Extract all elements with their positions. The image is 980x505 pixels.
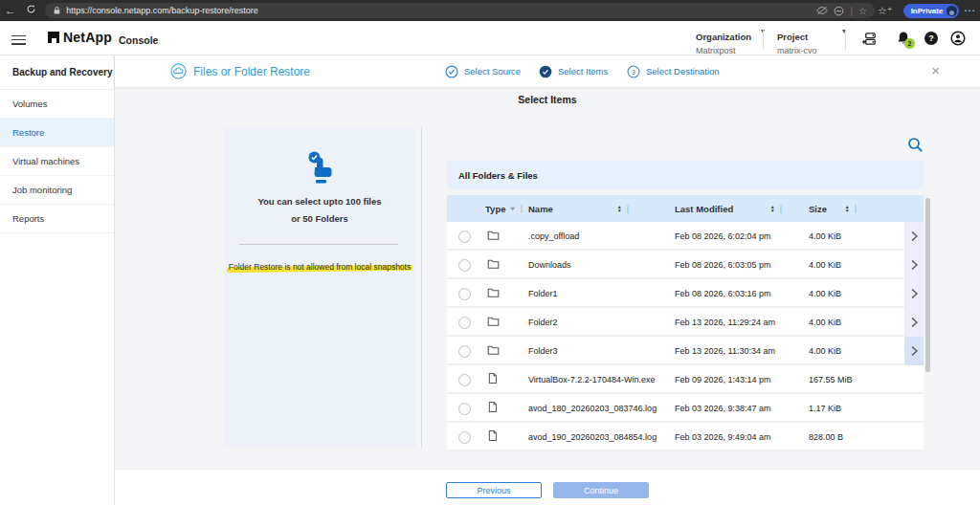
wizard-content: Select Items You can select upto 100 fil… xyxy=(115,87,980,469)
row-chevron[interactable] xyxy=(904,251,924,279)
continue-button[interactable]: Continue xyxy=(553,482,649,498)
column-header-type[interactable]: Type xyxy=(485,204,505,214)
sidebar-item-restore[interactable]: Restore xyxy=(0,119,114,147)
table-row[interactable]: Folder1 Feb 08 2026, 6:03:16 pm 4.00 KiB xyxy=(447,279,924,308)
browser-menu-icon[interactable]: ⋯ xyxy=(959,4,980,17)
table-row[interactable]: Folder3 Feb 13 2026, 11:30:34 am 4.00 Ki… xyxy=(447,337,924,365)
row-name: Folder3 xyxy=(528,346,675,356)
account-icon[interactable] xyxy=(950,31,967,47)
limit-text-line1: You can select upto 100 files xyxy=(223,196,416,207)
step-select-destination[interactable]: 3 Select Destination xyxy=(627,55,720,87)
table-row[interactable]: Downloads Feb 08 2026, 6:03:05 pm 4.00 K… xyxy=(447,251,924,279)
row-modified: Feb 13 2026, 11:30:34 am xyxy=(675,346,809,356)
step-done-check-icon xyxy=(445,65,458,78)
table-row[interactable]: VirtualBox-7.2.2-170484-Win.exe Feb 09 2… xyxy=(447,365,924,394)
table-row[interactable]: Folder2 Feb 13 2026, 11:29:24 am 4.00 Ki… xyxy=(447,308,924,337)
sidebar-item-virtual-machines[interactable]: Virtual machines xyxy=(0,147,114,176)
row-name: .copy_offload xyxy=(528,231,675,241)
header-divider xyxy=(845,29,846,50)
row-chevron[interactable] xyxy=(904,337,924,365)
row-name: avod_190_20260203_084854.log xyxy=(528,432,675,442)
sort-icon[interactable]: ▲▼ xyxy=(770,205,775,213)
row-radio[interactable] xyxy=(458,403,471,415)
favorites-star-icon[interactable]: ☆ xyxy=(858,6,867,16)
row-name: Folder2 xyxy=(528,318,675,327)
close-icon[interactable]: × xyxy=(931,62,940,79)
folder-restore-note: Folder Restore is not allowed from local… xyxy=(229,262,411,272)
step-label: Select Items xyxy=(558,66,608,77)
folder-icon xyxy=(487,258,500,270)
wizard-title-group: Files or Folder Restore xyxy=(170,55,310,87)
folder-icon xyxy=(487,230,500,241)
row-name: Downloads xyxy=(528,260,675,270)
svg-text:3: 3 xyxy=(632,68,635,75)
table-row[interactable]: avod_180_20260203_083746.log Feb 03 2026… xyxy=(447,394,924,423)
row-chevron[interactable] xyxy=(904,308,924,337)
breadcrumb-label: All Folders & Files xyxy=(458,170,538,181)
project-value: matrix-cvo xyxy=(777,46,846,55)
row-chevron[interactable] xyxy=(904,279,924,308)
row-radio[interactable] xyxy=(458,431,471,444)
selection-info-panel: You can select upto 100 files or 50 Fold… xyxy=(223,127,416,448)
tracking-prevention-icon[interactable] xyxy=(834,6,844,16)
browser-refresh-icon[interactable] xyxy=(21,4,42,17)
search-icon[interactable] xyxy=(907,137,924,154)
inprivate-badge[interactable]: InPrivate xyxy=(903,4,960,18)
sort-icon[interactable]: ▲▼ xyxy=(617,205,622,213)
app-header: NetApp Console Organization▾ Matrixpost … xyxy=(0,21,980,55)
select-hand-icon xyxy=(301,150,338,188)
row-name: VirtualBox-7.2.2-170484-Win.exe xyxy=(528,375,675,384)
file-icon xyxy=(487,429,498,442)
sidebar-item-reports[interactable]: Reports xyxy=(0,205,114,233)
filter-icon[interactable] xyxy=(510,205,515,213)
table-row[interactable]: .copy_offload Feb 08 2026, 6:02:04 pm 4.… xyxy=(447,222,924,251)
wizard-header: Files or Folder Restore Select Source Se… xyxy=(115,55,980,87)
table-header-row: Type | Name ▲▼ | Last Modified ▲▼ | Size… xyxy=(447,195,924,222)
page-title: Select Items xyxy=(115,94,980,105)
netapp-brand: NetApp xyxy=(48,30,112,45)
folder-icon xyxy=(487,287,500,298)
previous-button[interactable]: Previous xyxy=(446,482,542,498)
address-bar[interactable]: https://console.netapp.com/backup-restor… xyxy=(45,3,875,18)
row-radio[interactable] xyxy=(458,374,471,386)
breadcrumb[interactable]: All Folders & Files xyxy=(447,161,924,189)
connector-icon[interactable] xyxy=(861,31,878,47)
column-header-size[interactable]: Size xyxy=(809,204,827,214)
notifications-bell-icon[interactable]: 2 xyxy=(896,31,912,47)
browser-bar: ← https://console.netapp.com/backup-rest… xyxy=(0,0,980,21)
profile-avatar xyxy=(947,6,957,16)
help-icon[interactable]: ? xyxy=(924,31,940,47)
project-label: Project xyxy=(777,32,808,42)
browser-back-icon[interactable]: ← xyxy=(0,4,21,17)
row-size: 4.00 KiB xyxy=(809,260,904,270)
sort-icon[interactable]: ▲▼ xyxy=(845,205,850,213)
collections-star-plus-icon[interactable]: ☆⁺ xyxy=(875,5,896,17)
header-divider xyxy=(763,29,764,50)
files-table: Type | Name ▲▼ | Last Modified ▲▼ | Size… xyxy=(447,195,924,455)
sidebar-item-volumes[interactable]: Volumes xyxy=(0,90,114,119)
project-switcher[interactable]: Project▾ matrix-cvo xyxy=(777,27,846,55)
eye-slash-icon[interactable] xyxy=(816,6,828,15)
row-size: 828.00 B xyxy=(809,432,904,442)
column-header-name[interactable]: Name xyxy=(528,204,553,214)
menu-hamburger-icon[interactable] xyxy=(11,33,26,47)
row-radio[interactable] xyxy=(458,231,471,243)
row-radio[interactable] xyxy=(458,345,471,358)
row-radio[interactable] xyxy=(458,259,471,272)
row-radio[interactable] xyxy=(458,288,471,300)
step-select-items[interactable]: Select Items xyxy=(539,55,608,87)
table-row[interactable]: avod_190_20260203_084854.log Feb 03 2026… xyxy=(447,423,924,451)
table-scrollbar[interactable] xyxy=(925,198,930,372)
svg-text:?: ? xyxy=(928,33,934,43)
step-label: Select Source xyxy=(464,66,521,77)
row-radio[interactable] xyxy=(458,317,471,329)
wizard-title: Files or Folder Restore xyxy=(193,65,310,78)
step-select-source[interactable]: Select Source xyxy=(445,55,521,87)
wizard-footer: Previous Continue xyxy=(115,469,980,505)
column-header-last-modified[interactable]: Last Modified xyxy=(675,204,733,214)
row-size: 1.17 KiB xyxy=(809,404,904,413)
sidebar-item-job-monitoring[interactable]: Job monitoring xyxy=(0,176,114,205)
row-modified: Feb 08 2026, 6:02:04 pm xyxy=(675,231,809,241)
organization-switcher[interactable]: Organization▾ Matrixpost xyxy=(696,27,765,55)
row-chevron[interactable] xyxy=(904,222,924,251)
